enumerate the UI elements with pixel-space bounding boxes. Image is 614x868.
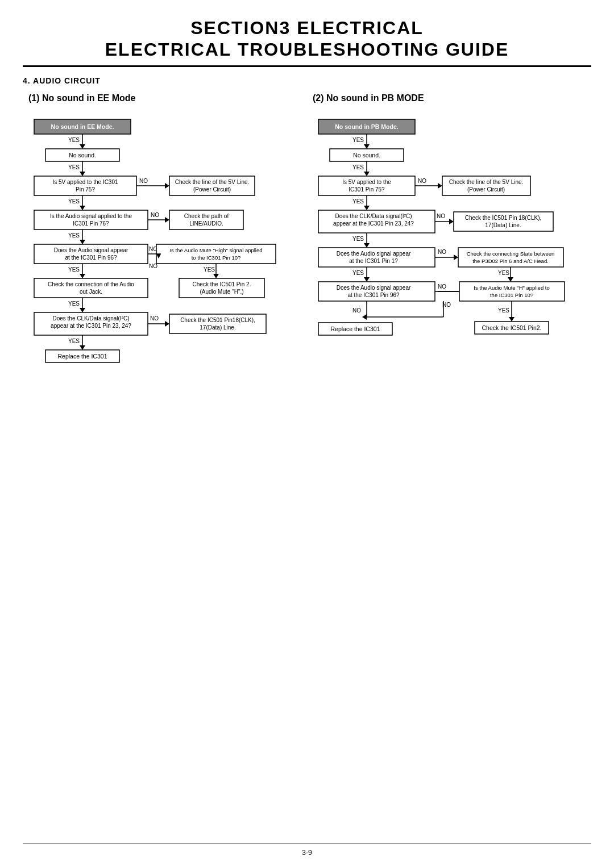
svg-text:Check the path of: Check the path of — [184, 213, 229, 219]
svg-text:Is 5V applied to the IC301: Is 5V applied to the IC301 — [52, 179, 118, 185]
svg-text:Check the connection of the Au: Check the connection of the Audio — [48, 281, 134, 287]
page-footer: 3-9 — [23, 844, 591, 857]
svg-text:NO: NO — [150, 315, 159, 322]
svg-text:YES: YES — [352, 198, 364, 205]
svg-text:Replace the IC301: Replace the IC301 — [331, 326, 380, 332]
svg-marker-20 — [80, 206, 85, 210]
svg-text:NO: NO — [418, 178, 426, 184]
svg-text:the P3D02 Pin 6 and A/C Head.: the P3D02 Pin 6 and A/C Head. — [472, 258, 549, 264]
svg-text:YES: YES — [68, 198, 80, 205]
svg-text:Does the CLK/Data signal(I²C): Does the CLK/Data signal(I²C) — [52, 315, 129, 322]
svg-text:YES: YES — [498, 270, 509, 276]
svg-marker-64 — [165, 321, 169, 327]
svg-text:NO: NO — [151, 212, 159, 218]
svg-marker-82 — [364, 172, 370, 176]
svg-text:Does the Audio signal appear: Does the Audio signal appear — [54, 247, 128, 253]
svg-marker-112 — [454, 254, 458, 260]
svg-text:YES: YES — [352, 236, 364, 242]
svg-text:at the IC301 Pin 96?: at the IC301 Pin 96? — [65, 254, 117, 261]
svg-marker-138 — [509, 317, 515, 322]
svg-text:No sound in PB Mode.: No sound in PB Mode. — [335, 123, 398, 130]
svg-marker-77 — [364, 144, 370, 149]
svg-marker-45 — [213, 274, 219, 278]
title-line1: SECTION3 ELECTRICAL — [23, 17, 591, 39]
svg-text:YES: YES — [498, 307, 509, 314]
section-title: AUDIO CIRCUIT — [33, 76, 101, 85]
svg-text:YES: YES — [68, 164, 80, 170]
svg-marker-3 — [80, 144, 85, 149]
svg-text:to the IC301 Pin 10?: to the IC301 Pin 10? — [192, 254, 241, 261]
diagrams-row: (1) No sound in EE Mode No sound in EE M… — [23, 93, 591, 467]
svg-marker-100 — [449, 219, 454, 224]
svg-marker-14 — [165, 183, 169, 189]
page: SECTION3 ELECTRICAL ELECTRICAL TROUBLESH… — [0, 0, 614, 501]
svg-text:Check the line of the 5V Line.: Check the line of the 5V Line. — [175, 179, 250, 185]
diagram-col-1: (1) No sound in EE Mode No sound in EE M… — [23, 93, 307, 467]
svg-marker-8 — [80, 172, 85, 176]
svg-marker-58 — [80, 308, 85, 312]
svg-text:Pin 75?: Pin 75? — [76, 186, 95, 193]
section-heading: 4. AUDIO CIRCUIT — [23, 76, 591, 85]
svg-marker-26 — [165, 217, 169, 223]
svg-marker-70 — [80, 345, 85, 350]
svg-text:(Power Circuit): (Power Circuit) — [467, 186, 505, 193]
svg-marker-106 — [364, 243, 370, 248]
svg-text:17(Data) Line.: 17(Data) Line. — [485, 222, 521, 228]
svg-marker-121 — [508, 277, 513, 282]
svg-text:Replace the IC301: Replace the IC301 — [58, 353, 107, 360]
svg-text:NO: NO — [438, 283, 446, 290]
svg-text:Check the IC501 Pin 18(CLK),: Check the IC501 Pin 18(CLK), — [465, 215, 542, 221]
svg-text:17(Data) Line.: 17(Data) Line. — [200, 324, 235, 331]
svg-text:NO: NO — [139, 178, 148, 184]
title-underline — [23, 65, 591, 67]
svg-text:Does the CLK/Data signal(I²C): Does the CLK/Data signal(I²C) — [335, 213, 412, 219]
svg-text:out Jack.: out Jack. — [80, 289, 102, 295]
svg-marker-94 — [364, 206, 370, 210]
svg-text:Check the connecting State bet: Check the connecting State between — [467, 251, 555, 257]
svg-text:YES: YES — [204, 266, 215, 273]
svg-text:IC301 Pin 76?: IC301 Pin 76? — [73, 220, 109, 227]
svg-text:YES: YES — [68, 338, 80, 344]
section-number: 4. — [23, 76, 31, 85]
diagram2-svg: No sound in PB Mode. YES No sound. YES I… — [313, 114, 574, 466]
svg-marker-134 — [362, 314, 367, 320]
svg-text:NO: NO — [438, 249, 446, 255]
svg-marker-32 — [80, 240, 85, 244]
svg-text:the IC301 Pin 10?: the IC301 Pin 10? — [490, 292, 533, 298]
svg-text:No sound.: No sound. — [69, 152, 96, 158]
svg-text:(Power Circuit): (Power Circuit) — [193, 186, 231, 193]
svg-text:YES: YES — [68, 137, 80, 143]
svg-text:Check the IC501 Pin 2.: Check the IC501 Pin 2. — [193, 281, 251, 287]
svg-text:YES: YES — [68, 301, 80, 307]
svg-text:NO: NO — [437, 213, 445, 219]
svg-text:YES: YES — [68, 232, 80, 239]
diagram2-title: (2) No sound in PB MODE — [313, 93, 586, 103]
svg-text:YES: YES — [352, 270, 364, 276]
diagram1-title: (1) No sound in EE Mode — [28, 93, 301, 103]
diagram1-svg: No sound in EE Mode. YES No sound. YES I… — [28, 114, 290, 466]
svg-text:appear at the IC301 Pin 23, 24: appear at the IC301 Pin 23, 24? — [51, 323, 131, 329]
svg-text:Check the line of the 5V Line.: Check the line of the 5V Line. — [449, 179, 524, 185]
svg-text:Is the Audio Mute "H" applied : Is the Audio Mute "H" applied to — [474, 285, 550, 291]
svg-text:Is the Audio signal applied to: Is the Audio signal applied to the — [50, 213, 132, 219]
svg-text:Is the Audio Mute "High" signa: Is the Audio Mute "High" signal applied — [169, 247, 262, 253]
svg-marker-118 — [364, 277, 370, 282]
svg-text:Does the Audio signal appear: Does the Audio signal appear — [337, 251, 411, 257]
diagram-col-2: (2) No sound in PB MODE No sound in PB M… — [307, 93, 591, 467]
svg-text:at the IC301 Pin 96?: at the IC301 Pin 96? — [347, 292, 400, 298]
svg-text:LINE/AUDIO.: LINE/AUDIO. — [189, 220, 223, 227]
page-number: 3-9 — [302, 849, 312, 857]
svg-text:No sound in EE Mode.: No sound in EE Mode. — [51, 123, 114, 130]
svg-text:Check the IC501 Pin2.: Check the IC501 Pin2. — [482, 324, 541, 331]
svg-marker-52 — [80, 274, 85, 278]
svg-text:No sound.: No sound. — [353, 152, 380, 158]
svg-text:appear at the IC301 Pin 23, 24: appear at the IC301 Pin 23, 24? — [333, 220, 414, 227]
svg-text:YES: YES — [68, 266, 80, 273]
svg-text:YES: YES — [352, 137, 364, 143]
svg-text:IC301 Pin 75?: IC301 Pin 75? — [349, 186, 385, 193]
title-line2: ELECTRICAL TROUBLESHOOTING GUIDE — [23, 39, 591, 60]
svg-text:YES: YES — [352, 164, 364, 170]
svg-text:Check the IC501 Pin18(CLK),: Check the IC501 Pin18(CLK), — [180, 317, 255, 323]
svg-marker-88 — [438, 183, 442, 189]
svg-text:Is 5V applied to the: Is 5V applied to the — [342, 179, 391, 185]
